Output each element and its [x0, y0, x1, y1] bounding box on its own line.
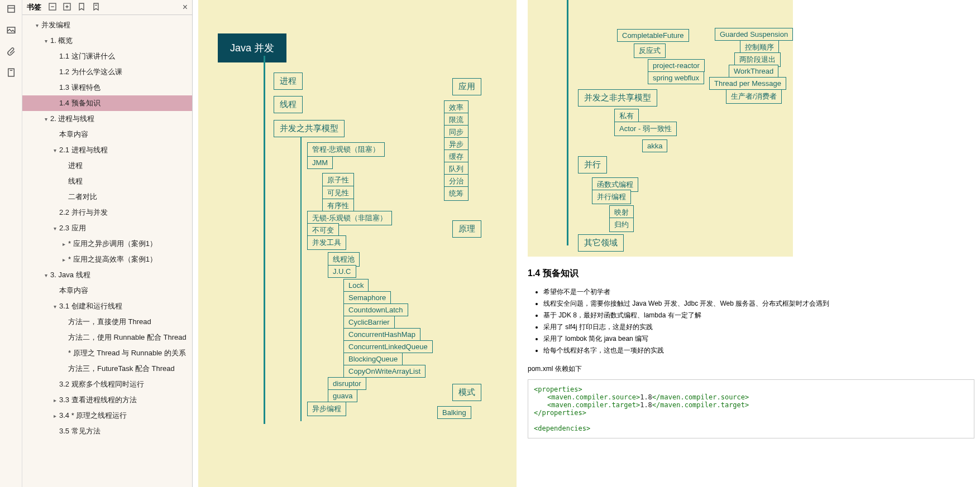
sidebar-title: 书签	[27, 2, 41, 12]
bookmark-sidebar: 书签 × ▾并发编程▾1. 概览1.1 这门课讲什么1.2 为什么学这么课1.3…	[22, 0, 193, 487]
code-intro: pom.xml 依赖如下	[528, 364, 974, 374]
node-tpm: Thread per Message	[709, 77, 786, 90]
document-content: Java 并发 进程 线程 并发之共享模型 管程-悲观锁（阻塞） JMM 原子性…	[193, 0, 980, 487]
collapse-icon[interactable]	[63, 2, 73, 12]
tree-item[interactable]: 方法一，直接使用 Thread	[22, 314, 192, 330]
code-text: 1.8	[640, 401, 652, 409]
tree-item[interactable]: ▸3.4 * 原理之线程运行	[22, 408, 192, 423]
sidebar-header: 书签 ×	[22, 0, 192, 15]
right-column: CompletableFuture 反应式 project-reactor sp…	[522, 0, 980, 487]
tree-item[interactable]: ▸3.3 查看进程线程的方法	[22, 392, 192, 408]
node-plan: 统筹	[444, 186, 469, 201]
bookmark-tree[interactable]: ▾并发编程▾1. 概览1.1 这门课讲什么1.2 为什么学这么课1.3 课程特色…	[22, 15, 192, 487]
tree-item[interactable]: 方法三，FutureTask 配合 Thread	[22, 361, 192, 377]
bullet-item: 采用了 slf4j 打印日志，这是好的实践	[543, 322, 974, 332]
expand-icon[interactable]	[48, 2, 58, 12]
attachment-icon[interactable]	[6, 46, 17, 57]
node-semaphore: Semaphore	[343, 291, 391, 304]
node-async: 异步编程	[307, 402, 346, 416]
tree-item[interactable]: 2.2 并行与并发	[22, 205, 192, 220]
tag-icon[interactable]	[6, 67, 17, 78]
bookmark-add-icon[interactable]	[77, 2, 87, 12]
tree-item[interactable]: ▸* 应用之提高效率（案例1）	[22, 252, 192, 267]
tree-item[interactable]: ▾并发编程	[22, 17, 192, 33]
bullet-item: 希望你不是一个初学者	[543, 287, 974, 297]
bullet-item: 线程安全问题，需要你接触过 Java Web 开发、Jdbc 开发、Web 服务…	[543, 299, 974, 308]
connector	[567, 0, 568, 245]
doc-section: 1.4 预备知识 希望你不是一个初学者线程安全问题，需要你接触过 Java We…	[522, 257, 980, 444]
node-disruptor: disruptor	[328, 377, 366, 390]
node-actor: Actor - 弱一致性	[614, 122, 677, 136]
node-wt: WorkThread	[729, 65, 778, 78]
connector	[300, 137, 302, 421]
tree-item[interactable]: 1.4 预备知识	[22, 95, 192, 111]
close-icon[interactable]: ×	[183, 2, 188, 12]
tree-item[interactable]: ▾2.3 应用	[22, 220, 192, 236]
tree-item[interactable]: 1.3 课程特色	[22, 80, 192, 95]
bullet-item: 基于 JDK 8，最好对函数式编程、lambda 有一定了解	[543, 311, 974, 320]
tree-item[interactable]: 3.5 常见方法	[22, 423, 192, 439]
tree-item[interactable]: 1.2 为什么学这么课	[22, 64, 192, 80]
tree-item[interactable]: ▾3. Java 线程	[22, 267, 192, 283]
page-left: Java 并发 进程 线程 并发之共享模型 管程-悲观锁（阻塞） JMM 原子性…	[198, 0, 517, 487]
tree-item[interactable]: 1.1 这门课讲什么	[22, 49, 192, 64]
node-pattern: 模式	[452, 384, 481, 401]
tree-item[interactable]: * 原理之 Thread 与 Runnable 的关系	[22, 345, 192, 361]
svg-rect-0	[8, 6, 15, 12]
bullet-item: 给每个线程好名字，这也是一项好的实践	[543, 346, 974, 355]
node-lock: Lock	[343, 279, 369, 292]
tree-item[interactable]: 本章内容	[22, 283, 192, 298]
tree-item[interactable]: 3.2 观察多个线程同时运行	[22, 377, 192, 392]
node-nonshared: 并发之非共享模型	[578, 89, 657, 107]
node-jmm: JMM	[307, 156, 333, 169]
node-monitor: 管程-悲观锁（阻塞）	[307, 142, 385, 157]
node-app: 应用	[452, 78, 481, 95]
code-tag: <maven.compiler.target>	[547, 401, 640, 409]
code-tag: <properties>	[534, 385, 582, 393]
tree-item[interactable]: 二者对比	[22, 189, 192, 205]
code-text: 1.8	[640, 393, 652, 401]
tree-item[interactable]: ▾2. 进程与线程	[22, 111, 192, 127]
node-cowal: CopyOnWriteArrayList	[343, 365, 426, 378]
node-thread: 线程	[274, 96, 303, 113]
tree-item[interactable]: 本章内容	[22, 127, 192, 142]
node-juc: J.U.C	[328, 265, 356, 278]
node-chm: ConcurrentHashMap	[343, 328, 420, 341]
node-cf: CompletableFuture	[617, 29, 689, 42]
tree-item[interactable]: ▾1. 概览	[22, 33, 192, 49]
node-gs: Guarded Suspension	[715, 28, 793, 41]
node-process: 进程	[274, 73, 303, 90]
tree-item[interactable]: 线程	[22, 173, 192, 189]
tree-item[interactable]: 方法二，使用 Runnable 配合 Thread	[22, 330, 192, 345]
svg-rect-3	[8, 69, 14, 76]
node-sw: spring webflux	[648, 71, 704, 84]
node-other: 其它领域	[578, 234, 624, 252]
bookmark-panel-icon[interactable]	[6, 3, 17, 15]
node-guava: guava	[328, 389, 357, 402]
left-icon-bar	[0, 0, 22, 487]
code-tag: <maven.compiler.source>	[547, 393, 640, 401]
node-clq: ConcurrentLinkedQueue	[343, 340, 433, 353]
node-principle: 原理	[452, 220, 481, 238]
node-tools: 并发工具	[307, 235, 346, 250]
node-cdl: CountdownLatch	[343, 303, 408, 316]
code-tag: </maven.compiler.source>	[652, 393, 749, 401]
image-icon[interactable]	[6, 25, 17, 36]
doc-bullet-list: 希望你不是一个初学者线程安全问题，需要你接触过 Java Web 开发、Jdbc…	[528, 287, 974, 355]
bookmark-list-icon[interactable]	[92, 2, 102, 12]
node-balking: Balking	[437, 406, 471, 419]
node-pr: project-reactor	[648, 59, 705, 72]
tree-item[interactable]: ▾2.1 进程与线程	[22, 142, 192, 158]
node-pc: 生产者/消费者	[726, 89, 782, 104]
page-right: CompletableFuture 反应式 project-reactor sp…	[528, 0, 793, 257]
node-parallel: 并行	[578, 156, 607, 173]
code-tag: <dependencies>	[534, 425, 590, 432]
tree-item[interactable]: 进程	[22, 158, 192, 173]
node-shared: 并发之共享模型	[274, 120, 345, 137]
node-bq: BlockingQueue	[343, 353, 403, 365]
tree-item[interactable]: ▸* 应用之异步调用（案例1）	[22, 236, 192, 252]
tree-item[interactable]: ▾3.1 创建和运行线程	[22, 298, 192, 314]
code-tag: </maven.compiler.target>	[652, 401, 749, 409]
node-reduce: 归约	[609, 218, 634, 232]
node-pp: 并行编程	[592, 190, 631, 204]
